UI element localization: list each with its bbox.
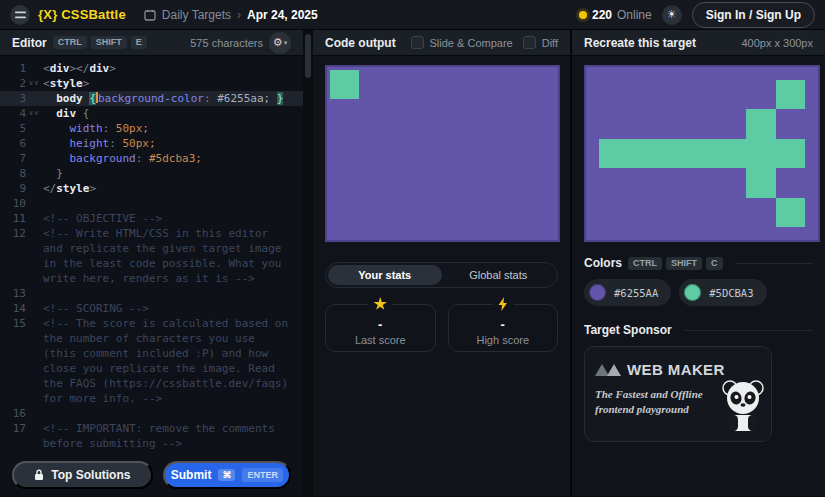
slide-compare-checkbox[interactable] [411,36,424,49]
online-dot-icon [579,11,587,19]
fold-marker-icon [26,211,43,226]
lock-icon [34,469,44,481]
line-number: 14 [0,301,26,316]
code-line[interactable]: 1<div></div> [0,61,303,76]
stats-tabs: Your statsGlobal stats [325,262,558,288]
token-val: 50px; [116,137,156,150]
current-date[interactable]: Apr 24, 2025 [247,8,318,22]
code-line[interactable]: 8 } [0,166,303,181]
slide-compare-label[interactable]: Slide & Compare [430,37,513,49]
output-header: Code output Slide & Compare Diff [313,30,570,56]
code-line[interactable]: 14<!-- SCORING --> [0,301,303,316]
diff-label[interactable]: Diff [542,37,558,49]
code-line[interactable]: 9</style> [0,181,303,196]
panda-mascot-icon [717,379,767,435]
color-pills: #6255AA#5DCBA3 [584,279,813,306]
top-solutions-label: Top Solutions [51,468,130,482]
token-prop: background-color [98,92,204,105]
code-line[interactable]: 3 body {background-color: #6255aa; } [0,91,303,106]
kbd-ctrl: CTRL [53,36,87,49]
color-pill[interactable]: #5DCBA3 [679,279,766,306]
token-plain [43,92,56,105]
editor-actions: Top Solutions Submit ⌘ ENTER [0,454,303,496]
token-pun: : [204,92,211,105]
fold-marker-icon [26,61,43,76]
fold-marker-icon[interactable]: ∨∨ [26,76,43,91]
token-pun: < [43,62,50,75]
menu-button[interactable] [10,5,30,25]
sign-in-button[interactable]: Sign In / Sign Up [692,2,815,28]
target-title: Recreate this target [584,36,696,50]
code-line[interactable]: 4∨∨ div { [0,106,303,121]
scrollbar-thumb[interactable] [305,34,311,78]
code-line[interactable]: 10 [0,196,303,211]
kbd-e: E [131,36,147,49]
fold-marker-icon [26,286,43,301]
fold-marker-icon [26,301,43,316]
code-line[interactable]: 6 height: 50px; [0,136,303,151]
line-number: 9 [0,181,26,196]
fold-marker-icon[interactable]: ∨∨ [26,106,43,121]
code-text [43,406,303,421]
code-line[interactable]: 7 background: #5dcba3; [0,151,303,166]
online-badge[interactable]: 220 Online [579,8,652,22]
fold-marker-icon [26,181,43,196]
code-line[interactable]: 15<!-- The score is calculated based on … [0,316,303,406]
token-prop: height [70,137,110,150]
chevron-right-icon: › [237,8,241,22]
color-swatch-icon [589,284,606,301]
divider [684,330,813,331]
webmaker-logo: WEB MAKER [595,361,761,378]
editor-scrollbar[interactable] [303,30,313,496]
editor-panel: Editor CTRLSHIFTE 575 characters ⚙ ▾ 1<d… [0,30,303,496]
token-pun: } [56,167,63,180]
kbd-c: C [706,257,723,270]
enter-key-badge: ENTER [242,468,283,483]
token-bhl: } [277,92,284,105]
cssbattle-logo[interactable]: {X} CSSBattle [38,7,126,22]
token-plain [43,107,56,120]
token-pun: </ [43,182,56,195]
code-text: div { [43,106,303,121]
token-tag: div [50,62,70,75]
nav-daily-targets[interactable]: Daily Targets [162,8,231,22]
code-line[interactable]: 2∨∨<style> [0,76,303,91]
sun-icon: ☀ [667,9,677,20]
sponsor-section: Target Sponsor [572,306,825,337]
code-text: background: #5dcba3; [43,151,303,166]
code-editor[interactable]: 1<div></div>2∨∨<style>3 body {background… [0,56,303,454]
line-number: 4 [0,106,26,121]
code-line[interactable]: 12<!-- Write HTML/CSS in this editor and… [0,226,303,286]
logo-triangle-icon [607,364,621,376]
fold-marker-icon [26,226,43,286]
code-line[interactable]: 13 [0,286,303,301]
color-pill[interactable]: #6255AA [584,279,671,306]
token-pun: > [109,62,116,75]
diff-checkbox[interactable] [523,36,536,49]
editor-settings-button[interactable]: ⚙ ▾ [269,32,291,54]
line-number: 2 [0,76,26,91]
code-line[interactable]: 17<!-- IMPORTANT: remove the comments be… [0,421,303,451]
code-text: width: 50px; [43,121,303,136]
code-text: <!-- IMPORTANT: remove the comments befo… [43,421,303,451]
code-line[interactable]: 11<!-- OBJECTIVE --> [0,211,303,226]
token-com: <!-- SCORING --> [43,302,149,315]
token-com: <!-- Write HTML/CSS in this editor and r… [43,227,288,285]
online-count: 220 [592,8,612,22]
tab-your-stats[interactable]: Your stats [328,265,442,285]
sponsor-card[interactable]: WEB MAKER The Fastest and Offline fronte… [584,346,772,442]
top-solutions-button[interactable]: Top Solutions [12,461,153,489]
sponsor-title: Target Sponsor [584,323,672,337]
submit-button[interactable]: Submit ⌘ ENTER [163,461,291,489]
fold-marker-icon [26,151,43,166]
editor-shortcut-keys: CTRLSHIFTE [53,36,147,49]
target-shape [776,80,806,110]
tab-global-stats[interactable]: Global stats [442,265,556,285]
code-line[interactable]: 16 [0,406,303,421]
bolt-icon [492,297,513,311]
token-pun: < [43,77,50,90]
token-tag: div [56,107,76,120]
theme-toggle-button[interactable]: ☀ [662,5,682,25]
code-line[interactable]: 5 width: 50px; [0,121,303,136]
code-text: body {background-color: #6255aa; } [43,91,303,106]
